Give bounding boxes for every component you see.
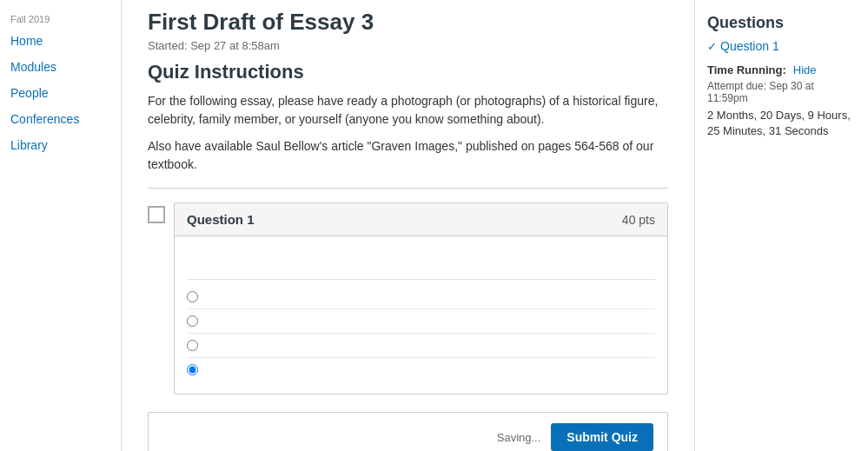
attempt-due: Attempt due: Sep 30 at 11:59pm: [707, 80, 856, 104]
bottom-bar: Saving... Submit Quiz: [148, 412, 668, 451]
radio-option-1[interactable]: [187, 291, 198, 302]
radio-row-4: [187, 358, 655, 381]
questions-heading: Questions: [707, 14, 856, 32]
submit-quiz-button[interactable]: Submit Quiz: [551, 423, 653, 451]
sidebar-item-conferences[interactable]: Conferences: [0, 106, 121, 132]
time-running-row: Time Running: Hide: [707, 63, 856, 76]
sidebar-term: Fall 2019: [0, 7, 121, 28]
hide-timer-link[interactable]: Hide: [793, 63, 817, 76]
check-icon: ✓: [707, 40, 717, 53]
quiz-title: First Draft of Essay 3: [148, 9, 668, 36]
saving-text: Saving...: [497, 431, 541, 444]
sidebar-item-people[interactable]: People: [0, 80, 121, 106]
quiz-instructions-heading: Quiz Instructions: [148, 61, 668, 83]
radio-option-2[interactable]: [187, 315, 198, 327]
radio-option-3[interactable]: [187, 340, 198, 351]
sidebar: Fall 2019 Home Modules People Conference…: [0, 0, 122, 451]
sidebar-item-library[interactable]: Library: [0, 132, 121, 158]
radio-row-1: [187, 285, 655, 309]
time-label: Time Running:: [707, 63, 786, 76]
sidebar-item-home[interactable]: Home: [0, 28, 121, 54]
radio-option-4[interactable]: [187, 364, 198, 375]
bookmark-icon: [148, 206, 165, 223]
question-header: Question 1 40 pts: [175, 203, 667, 236]
answer-options: [187, 285, 655, 381]
radio-row-2: [187, 309, 655, 334]
question-bookmark[interactable]: [148, 206, 169, 223]
question-pts: 40 pts: [622, 213, 655, 227]
time-remaining: 2 Months, 20 Days, 9 Hours, 25 Minutes, …: [707, 108, 856, 139]
quiz-instructions-text2: Also have available Saul Bellow's articl…: [148, 137, 668, 174]
question-box: Question 1 40 pts: [174, 202, 668, 395]
question-body: [175, 236, 667, 394]
quiz-instructions-text1: For the following essay, please have rea…: [148, 92, 668, 129]
question-1-link[interactable]: Question 1: [720, 39, 779, 53]
main-content: First Draft of Essay 3 Started: Sep 27 a…: [122, 0, 694, 451]
question-wrapper: Question 1 40 pts: [148, 202, 668, 395]
question-label: Question 1: [187, 212, 255, 227]
question-link-row: ✓ Question 1: [707, 39, 856, 53]
radio-row-3: [187, 334, 655, 358]
divider: [148, 188, 668, 189]
sidebar-item-modules[interactable]: Modules: [0, 54, 121, 80]
answer-text-area: [187, 245, 655, 280]
right-panel: Questions ✓ Question 1 Time Running: Hid…: [694, 0, 868, 451]
quiz-started: Started: Sep 27 at 8:58am: [148, 39, 668, 52]
